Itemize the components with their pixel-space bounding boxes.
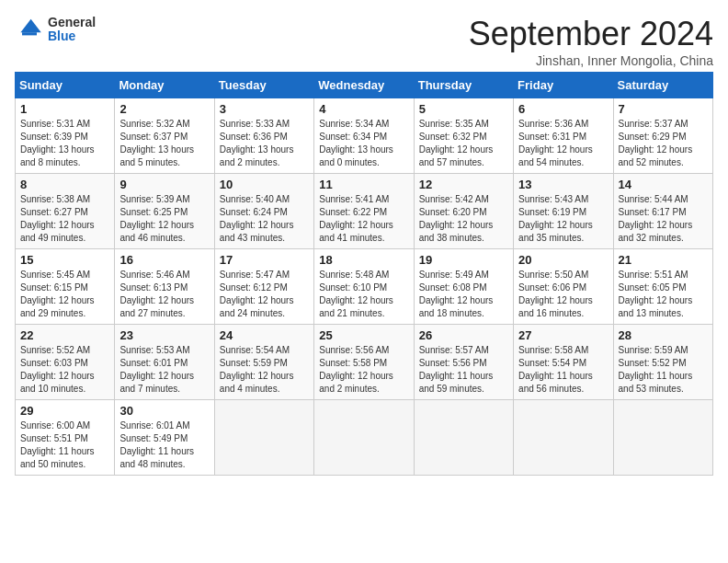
calendar-cell: 16Sunrise: 5:46 AMSunset: 6:13 PMDayligh…	[115, 249, 214, 325]
calendar-cell: 1Sunrise: 5:31 AMSunset: 6:39 PMDaylight…	[16, 98, 115, 174]
logo-general: General	[48, 16, 96, 29]
day-number: 26	[419, 328, 508, 342]
day-number: 15	[20, 253, 109, 267]
day-detail: Sunrise: 5:41 AMSunset: 6:22 PMDaylight:…	[319, 193, 408, 245]
calendar-cell: 4Sunrise: 5:34 AMSunset: 6:34 PMDaylight…	[314, 98, 414, 174]
calendar-cell: 25Sunrise: 5:56 AMSunset: 5:58 PMDayligh…	[314, 325, 414, 400]
calendar-cell: 28Sunrise: 5:59 AMSunset: 5:52 PMDayligh…	[613, 325, 712, 400]
weekday-header-saturday: Saturday	[613, 73, 712, 98]
day-number: 16	[119, 253, 209, 267]
day-detail: Sunrise: 5:44 AMSunset: 6:17 PMDaylight:…	[619, 193, 708, 245]
calendar-cell: 19Sunrise: 5:49 AMSunset: 6:08 PMDayligh…	[414, 249, 513, 325]
day-number: 27	[518, 328, 608, 342]
day-number: 9	[119, 178, 209, 191]
logo-blue: Blue	[48, 29, 96, 43]
calendar-cell: 13Sunrise: 5:43 AMSunset: 6:19 PMDayligh…	[514, 174, 613, 249]
day-number: 30	[119, 404, 209, 418]
calendar-cell: 3Sunrise: 5:33 AMSunset: 6:36 PMDaylight…	[214, 98, 313, 174]
calendar-cell: 26Sunrise: 5:57 AMSunset: 5:56 PMDayligh…	[414, 325, 513, 400]
calendar-header-row: SundayMondayTuesdayWednesdayThursdayFrid…	[16, 73, 713, 98]
calendar-cell	[514, 400, 613, 476]
day-detail: Sunrise: 5:31 AMSunset: 6:39 PMDaylight:…	[20, 118, 109, 169]
day-detail: Sunrise: 5:51 AMSunset: 6:05 PMDaylight:…	[619, 269, 708, 320]
day-detail: Sunrise: 5:47 AMSunset: 6:12 PMDaylight:…	[220, 269, 309, 320]
day-detail: Sunrise: 5:32 AMSunset: 6:37 PMDaylight:…	[119, 118, 209, 169]
day-detail: Sunrise: 5:59 AMSunset: 5:52 PMDaylight:…	[619, 344, 708, 396]
day-detail: Sunrise: 5:33 AMSunset: 6:36 PMDaylight:…	[220, 118, 309, 169]
calendar-cell: 9Sunrise: 5:39 AMSunset: 6:25 PMDaylight…	[115, 174, 214, 249]
day-number: 4	[319, 102, 408, 116]
logo: General Blue	[15, 15, 96, 44]
calendar-cell: 29Sunrise: 6:00 AMSunset: 5:51 PMDayligh…	[16, 400, 115, 476]
day-number: 28	[619, 328, 708, 342]
day-detail: Sunrise: 5:52 AMSunset: 6:03 PMDaylight:…	[20, 344, 109, 396]
svg-marker-0	[20, 19, 40, 32]
weekday-header-wednesday: Wednesday	[314, 73, 414, 98]
calendar-cell: 23Sunrise: 5:53 AMSunset: 6:01 PMDayligh…	[115, 325, 214, 400]
day-number: 10	[220, 178, 309, 191]
logo-icon	[15, 15, 44, 44]
day-detail: Sunrise: 5:58 AMSunset: 5:54 PMDaylight:…	[518, 344, 608, 396]
location-subtitle: Jinshan, Inner Mongolia, China	[469, 53, 713, 68]
day-number: 13	[518, 178, 608, 191]
day-number: 2	[119, 102, 209, 116]
day-number: 20	[518, 253, 608, 267]
calendar-week-2: 8Sunrise: 5:38 AMSunset: 6:27 PMDaylight…	[16, 174, 713, 249]
weekday-header-friday: Friday	[514, 73, 613, 98]
calendar-week-4: 22Sunrise: 5:52 AMSunset: 6:03 PMDayligh…	[16, 325, 713, 400]
day-number: 14	[619, 178, 708, 191]
day-detail: Sunrise: 5:43 AMSunset: 6:19 PMDaylight:…	[518, 193, 608, 245]
weekday-header-sunday: Sunday	[16, 73, 115, 98]
day-number: 7	[619, 102, 708, 116]
calendar-cell: 11Sunrise: 5:41 AMSunset: 6:22 PMDayligh…	[314, 174, 414, 249]
day-number: 25	[319, 328, 408, 342]
calendar-cell	[613, 400, 712, 476]
day-number: 17	[220, 253, 309, 267]
day-detail: Sunrise: 5:50 AMSunset: 6:06 PMDaylight:…	[518, 269, 608, 320]
day-detail: Sunrise: 5:48 AMSunset: 6:10 PMDaylight:…	[319, 269, 408, 320]
day-detail: Sunrise: 5:49 AMSunset: 6:08 PMDaylight:…	[419, 269, 508, 320]
calendar-cell: 5Sunrise: 5:35 AMSunset: 6:32 PMDaylight…	[414, 98, 513, 174]
day-detail: Sunrise: 5:42 AMSunset: 6:20 PMDaylight:…	[419, 193, 508, 245]
day-detail: Sunrise: 5:57 AMSunset: 5:56 PMDaylight:…	[419, 344, 508, 396]
day-number: 11	[319, 178, 408, 191]
weekday-header-monday: Monday	[115, 73, 214, 98]
day-detail: Sunrise: 5:39 AMSunset: 6:25 PMDaylight:…	[119, 193, 209, 245]
calendar-cell: 8Sunrise: 5:38 AMSunset: 6:27 PMDaylight…	[16, 174, 115, 249]
calendar-cell: 2Sunrise: 5:32 AMSunset: 6:37 PMDaylight…	[115, 98, 214, 174]
day-detail: Sunrise: 5:37 AMSunset: 6:29 PMDaylight:…	[619, 118, 708, 169]
day-number: 23	[119, 328, 209, 342]
calendar-cell: 7Sunrise: 5:37 AMSunset: 6:29 PMDaylight…	[613, 98, 712, 174]
calendar-cell	[314, 400, 414, 476]
weekday-header-tuesday: Tuesday	[214, 73, 313, 98]
page-header: General Blue September 2024 Jinshan, Inn…	[15, 15, 713, 68]
calendar-cell	[414, 400, 513, 476]
calendar-week-1: 1Sunrise: 5:31 AMSunset: 6:39 PMDaylight…	[16, 98, 713, 174]
day-number: 19	[419, 253, 508, 267]
day-number: 21	[619, 253, 708, 267]
weekday-header-thursday: Thursday	[414, 73, 513, 98]
day-detail: Sunrise: 5:35 AMSunset: 6:32 PMDaylight:…	[419, 118, 508, 169]
svg-rect-1	[22, 32, 37, 35]
calendar-cell: 30Sunrise: 6:01 AMSunset: 5:49 PMDayligh…	[115, 400, 214, 476]
calendar-body: 1Sunrise: 5:31 AMSunset: 6:39 PMDaylight…	[16, 98, 713, 476]
day-detail: Sunrise: 5:54 AMSunset: 5:59 PMDaylight:…	[220, 344, 309, 396]
calendar-cell: 12Sunrise: 5:42 AMSunset: 6:20 PMDayligh…	[414, 174, 513, 249]
day-detail: Sunrise: 5:46 AMSunset: 6:13 PMDaylight:…	[119, 269, 209, 320]
calendar-cell: 10Sunrise: 5:40 AMSunset: 6:24 PMDayligh…	[214, 174, 313, 249]
day-detail: Sunrise: 5:36 AMSunset: 6:31 PMDaylight:…	[518, 118, 608, 169]
calendar-cell: 20Sunrise: 5:50 AMSunset: 6:06 PMDayligh…	[514, 249, 613, 325]
title-block: September 2024 Jinshan, Inner Mongolia, …	[469, 15, 713, 68]
day-number: 6	[518, 102, 608, 116]
day-detail: Sunrise: 5:53 AMSunset: 6:01 PMDaylight:…	[119, 344, 209, 396]
calendar-cell	[214, 400, 313, 476]
day-number: 24	[220, 328, 309, 342]
calendar-cell: 15Sunrise: 5:45 AMSunset: 6:15 PMDayligh…	[16, 249, 115, 325]
day-number: 8	[20, 178, 109, 191]
day-number: 29	[20, 404, 109, 418]
day-detail: Sunrise: 5:38 AMSunset: 6:27 PMDaylight:…	[20, 193, 109, 245]
calendar-cell: 17Sunrise: 5:47 AMSunset: 6:12 PMDayligh…	[214, 249, 313, 325]
day-number: 3	[220, 102, 309, 116]
day-detail: Sunrise: 6:01 AMSunset: 5:49 PMDaylight:…	[119, 419, 209, 471]
day-number: 22	[20, 328, 109, 342]
